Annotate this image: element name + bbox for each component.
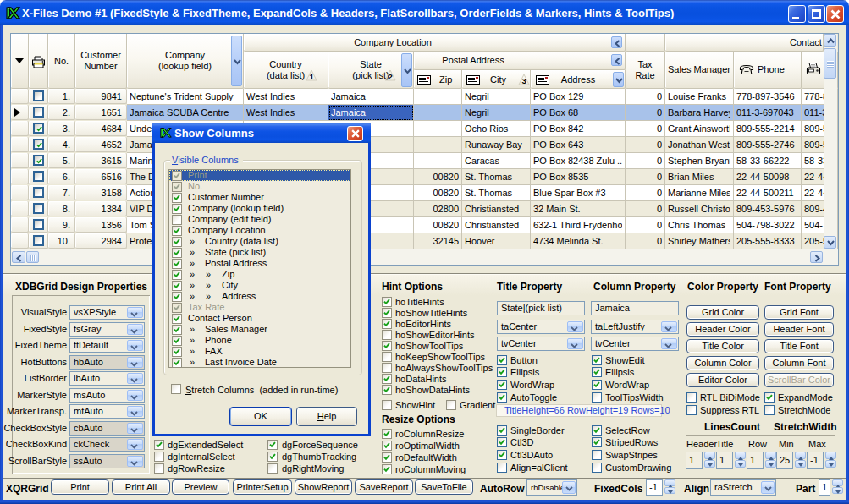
- svg-text:3: 3: [521, 76, 526, 85]
- svg-text:1: 1: [309, 72, 314, 81]
- svg-text:2: 2: [388, 72, 392, 81]
